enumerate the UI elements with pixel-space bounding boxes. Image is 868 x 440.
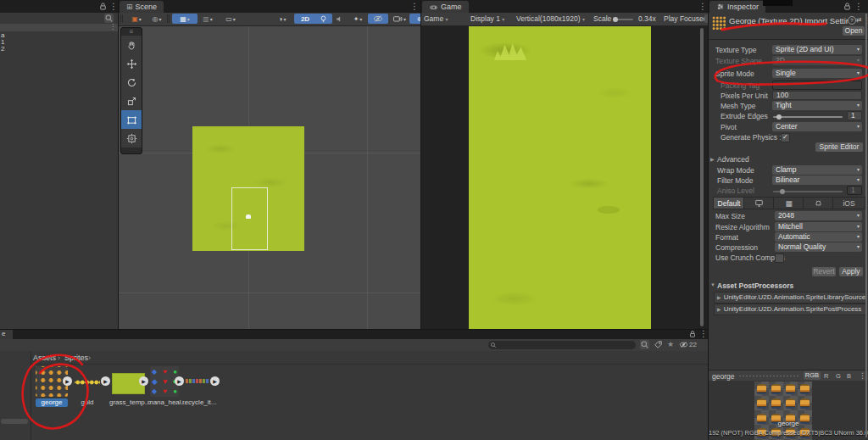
- asset-label-george[interactable]: george: [36, 398, 68, 407]
- snap-increment-button[interactable]: ▥▾: [195, 14, 220, 24]
- platform-tab-standalone[interactable]: [743, 197, 775, 209]
- display-dropdown[interactable]: Display 1 ▾: [470, 14, 504, 23]
- asset-label-mana[interactable]: mana_heal...: [147, 398, 183, 407]
- extrude-edges-slider[interactable]: [773, 116, 843, 118]
- asset-george-expander[interactable]: ▶: [63, 376, 72, 386]
- game-scrollbar[interactable]: [700, 28, 704, 326]
- preview-drag-splitter[interactable]: [739, 376, 800, 376]
- max-size-dropdown[interactable]: 2048: [775, 211, 862, 220]
- presets-icon[interactable]: ⇄: [856, 16, 862, 24]
- menu-icon[interactable]: ⋮: [109, 2, 118, 11]
- sprite-mode-dropdown[interactable]: Single: [772, 69, 862, 78]
- breadcrumb-root[interactable]: Assets: [33, 354, 56, 362]
- effects-button[interactable]: ✦▾: [346, 14, 370, 24]
- asset-label-grass[interactable]: grass_temp...: [109, 398, 147, 407]
- grid-visibility-button[interactable]: ▦▾: [172, 14, 198, 24]
- menu-icon[interactable]: ⋮: [698, 2, 707, 11]
- platform-tab-windows-store[interactable]: ▦: [773, 197, 804, 209]
- tree-scrollbar[interactable]: [1, 419, 28, 424]
- open-button[interactable]: Open: [843, 26, 865, 36]
- pixels-per-unit-field[interactable]: 100: [772, 91, 862, 100]
- wrap-mode-dropdown[interactable]: Clamp: [772, 165, 862, 175]
- postprocessors-foldout[interactable]: ▼ Asset PostProcessors: [709, 281, 868, 291]
- search-by-type-icon[interactable]: [640, 340, 649, 349]
- hierarchy-filter-icon[interactable]: [104, 14, 114, 23]
- r-channel-button[interactable]: R: [824, 372, 828, 380]
- scene-viewport[interactable]: ≡: [119, 26, 420, 330]
- asset-gold-expander[interactable]: ▶: [101, 376, 110, 386]
- advanced-foldout[interactable]: ▶ Advanced: [709, 154, 868, 164]
- hidden-count-eye-icon[interactable]: [679, 340, 688, 349]
- asset-label-recycle[interactable]: recycle_it...: [182, 398, 216, 407]
- inspector-scrollbar[interactable]: [865, 14, 867, 437]
- hierarchy-item[interactable]: 2: [1, 45, 4, 53]
- platform-tab-android[interactable]: [803, 197, 834, 209]
- hierarchy-header-row[interactable]: ⋮: [0, 24, 118, 31]
- lock-icon[interactable]: [843, 2, 852, 11]
- hand-tool-button[interactable]: [121, 36, 142, 54]
- asset-mana-expander[interactable]: ▶: [175, 376, 184, 386]
- pivot-mode-button[interactable]: ◎▾: [145, 14, 169, 24]
- sprite-editor-button[interactable]: Sprite Editor: [815, 142, 863, 152]
- menu-icon[interactable]: ⋮: [699, 329, 708, 338]
- menu-icon[interactable]: ⋮: [109, 23, 116, 31]
- generate-physics-checkbox[interactable]: [781, 133, 790, 142]
- asset-recycle-expander[interactable]: ▶: [210, 376, 220, 386]
- game-view-dropdown[interactable]: Game ▾: [424, 14, 448, 23]
- rgb-channel-button[interactable]: RGB: [804, 371, 821, 380]
- help-icon[interactable]: ?: [848, 16, 856, 25]
- menu-icon[interactable]: ⋮: [854, 2, 863, 11]
- asset-gold-thumbnail[interactable]: [75, 378, 100, 385]
- favorites-star-icon[interactable]: ★: [667, 340, 674, 348]
- format-dropdown[interactable]: Automatic: [775, 232, 862, 242]
- extrude-edges-value[interactable]: 1: [847, 111, 862, 120]
- window-notch: [763, 0, 793, 6]
- project-panel: e ⋮ ★ 22 Assets › Sprites › ▶ george: [0, 330, 708, 440]
- 2d-label: 2D: [301, 15, 309, 23]
- tab-scene[interactable]: ⊞ Scene: [120, 1, 164, 13]
- menu-icon[interactable]: ⋮: [410, 2, 419, 11]
- resolution-dropdown[interactable]: Vertical(1080x1920) ▾: [516, 14, 585, 23]
- max-size-label: Max Size: [715, 212, 745, 220]
- palette-drag-handle[interactable]: ≡: [121, 28, 142, 36]
- revert-button[interactable]: Revert: [812, 267, 836, 276]
- g-channel-button[interactable]: G: [836, 372, 841, 380]
- platform-tab-default[interactable]: Default: [713, 197, 745, 209]
- rotate-tool-button[interactable]: [121, 73, 142, 92]
- use-crunch-checkbox[interactable]: [775, 253, 784, 263]
- search-by-label-icon[interactable]: [654, 340, 663, 349]
- lock-icon[interactable]: [98, 2, 108, 11]
- tab-project-partial[interactable]: e: [0, 330, 13, 339]
- rect-tool-button[interactable]: [121, 110, 142, 129]
- tab-inspector[interactable]: Inspector: [709, 1, 765, 13]
- apply-button[interactable]: Apply: [839, 267, 863, 276]
- scale-slider[interactable]: [613, 19, 633, 20]
- asset-grass-expander[interactable]: ▶: [139, 376, 148, 386]
- project-tree-column[interactable]: [0, 351, 31, 440]
- postprocessor-row[interactable]: ▶UnityEditor.U2D.Animation.SpritePostPro…: [714, 304, 866, 315]
- player-sprite[interactable]: [246, 214, 251, 219]
- move-tool-button[interactable]: [121, 54, 142, 73]
- b-channel-button[interactable]: B: [847, 372, 851, 380]
- search-input[interactable]: [488, 341, 636, 349]
- breadcrumb-folder[interactable]: Sprites: [64, 354, 88, 362]
- mesh-type-dropdown[interactable]: Tight: [772, 101, 862, 110]
- asset-label-gold[interactable]: gold: [75, 398, 100, 407]
- platform-tab-ios[interactable]: iOS: [832, 197, 865, 209]
- tab-game[interactable]: Game: [422, 1, 469, 13]
- measure-button[interactable]: ▭▾: [218, 14, 243, 24]
- resize-algorithm-dropdown[interactable]: Mitchell: [775, 222, 862, 231]
- pivot-dropdown[interactable]: Center: [772, 122, 862, 131]
- compression-dropdown[interactable]: Normal Quality: [775, 242, 862, 252]
- postprocessor-row[interactable]: ▶UnityEditor.U2D.Animation.SpriteLibrary…: [714, 292, 866, 304]
- camera-settings-button[interactable]: ▾: [387, 14, 412, 24]
- texture-type-dropdown[interactable]: Sprite (2D and UI): [772, 45, 862, 54]
- transform-tool-button[interactable]: [121, 129, 142, 148]
- asset-recycle-thumbnail[interactable]: [186, 379, 209, 383]
- filter-mode-dropdown[interactable]: Bilinear: [772, 175, 862, 185]
- game-viewport[interactable]: [421, 26, 708, 330]
- shading-mode-button[interactable]: ◑▾: [270, 14, 295, 24]
- lock-icon[interactable]: [688, 330, 697, 338]
- visibility-toggle-button[interactable]: [368, 14, 388, 24]
- scale-tool-button[interactable]: [121, 92, 142, 110]
